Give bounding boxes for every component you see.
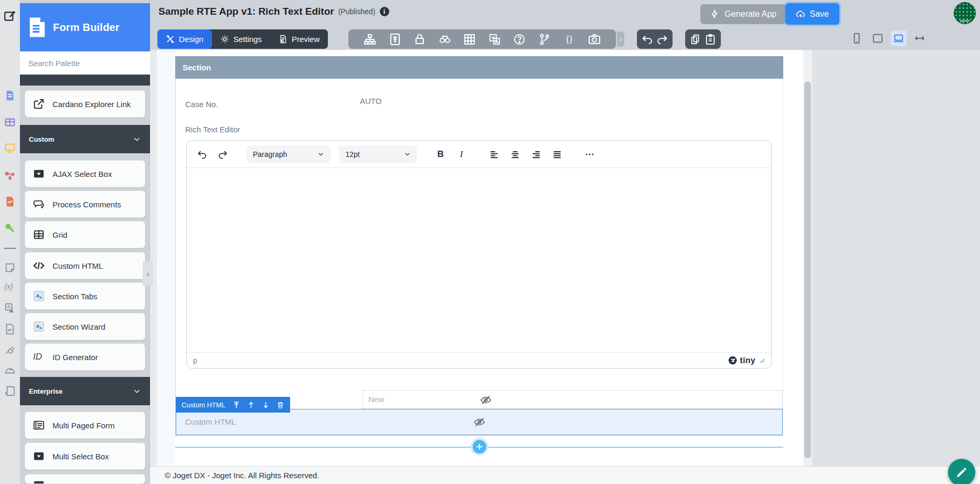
permission-lock-icon[interactable] xyxy=(413,33,426,46)
redo-icon[interactable] xyxy=(656,33,668,46)
field-label-rich-text-editor: Rich Text Editor xyxy=(185,125,783,134)
variable-icon[interactable]: {x} xyxy=(4,282,16,294)
palette-item-ajax-select-box[interactable]: AJAX Select Box xyxy=(25,160,145,187)
custom-html-action-badge: Custom HTML xyxy=(176,397,290,413)
tab-preview[interactable]: Preview xyxy=(270,29,328,49)
paste-icon[interactable] xyxy=(704,33,717,46)
rte-align-center-button[interactable] xyxy=(506,145,524,163)
form-section[interactable]: Section Case No. AUTO Rich Text Editor xyxy=(175,56,783,459)
rte-fontsize-select[interactable]: 12pt xyxy=(339,145,417,163)
category-label: Custom xyxy=(29,135,133,143)
rte-redo-button[interactable] xyxy=(214,145,232,163)
move-up-icon[interactable] xyxy=(247,401,255,409)
search-palette-input[interactable] xyxy=(20,51,150,75)
generate-app-label: Generate App xyxy=(725,9,776,19)
rte-align-right-button[interactable] xyxy=(527,145,545,163)
info-icon[interactable]: i xyxy=(380,7,389,16)
resize-handle-icon[interactable] xyxy=(760,358,765,363)
hidden-eye-icon[interactable] xyxy=(474,416,485,428)
history-group xyxy=(637,29,673,49)
custom-html-element[interactable]: Custom HTML xyxy=(176,409,783,435)
user-avatar[interactable]: admin xyxy=(954,2,976,24)
tinymce-statusbar: p tiny xyxy=(187,352,771,368)
localization-icon[interactable] xyxy=(488,33,501,46)
rte-format-select[interactable]: Paragraph xyxy=(247,145,331,163)
plugin-icon[interactable] xyxy=(4,344,16,355)
rte-justify-button[interactable] xyxy=(548,145,566,163)
process-icon[interactable] xyxy=(4,170,16,181)
phone-icon[interactable] xyxy=(849,30,865,46)
palette-item-process-comments[interactable]: Process Comments xyxy=(25,191,145,218)
tablet-icon[interactable] xyxy=(870,30,886,46)
full-width-icon[interactable] xyxy=(912,30,928,46)
toolbar-more-chevron[interactable]: › xyxy=(617,31,624,47)
tiny-brand-link[interactable]: tiny xyxy=(728,356,755,365)
find-icon[interactable] xyxy=(439,33,451,46)
new-field-dropzone[interactable]: New xyxy=(363,390,783,409)
palette-item-id-generator[interactable]: ID ID Generator xyxy=(25,343,145,371)
hidden-eye-icon[interactable] xyxy=(480,394,492,406)
palette-item-multi-select-box[interactable]: Multi Select Box xyxy=(25,443,145,470)
device-preview-toggle xyxy=(849,30,928,46)
palette-item-multi-paged-form[interactable]: Multi Paged Form xyxy=(25,412,145,439)
palette-category-enterprise[interactable]: Enterprise xyxy=(20,377,150,405)
section-header[interactable]: Section xyxy=(175,56,783,79)
form-icon[interactable] xyxy=(4,90,16,101)
media-icon[interactable] xyxy=(4,323,16,335)
palette-category-custom[interactable]: Custom xyxy=(20,125,150,153)
move-down-icon[interactable] xyxy=(262,401,270,409)
canvas-scrollbar[interactable] xyxy=(803,51,812,465)
palette-item-partial[interactable] xyxy=(25,474,145,484)
pencil-icon xyxy=(955,466,968,479)
palette-item-cardano-explorer-link[interactable]: Cardano Explorer Link xyxy=(25,90,145,118)
rte-more-button[interactable] xyxy=(581,145,599,163)
format-value: Paragraph xyxy=(253,150,287,159)
field-row-case-no[interactable]: Case No. AUTO xyxy=(176,100,783,113)
help-icon[interactable] xyxy=(513,33,526,46)
delete-icon[interactable] xyxy=(276,401,284,409)
rte-italic-button[interactable]: I xyxy=(453,145,471,163)
save-button[interactable]: Save xyxy=(785,3,839,25)
form-fields-icon[interactable] xyxy=(389,33,401,46)
form-canvas: Section Case No. AUTO Rich Text Editor xyxy=(157,50,803,466)
palette-item-custom-html[interactable]: Custom HTML xyxy=(25,252,145,279)
permission-key-icon[interactable] xyxy=(4,222,16,234)
report-icon[interactable] xyxy=(4,196,16,207)
copy-icon[interactable] xyxy=(689,33,702,46)
scrollbar-thumb[interactable] xyxy=(804,81,811,458)
note-icon[interactable] xyxy=(4,262,16,273)
align-right-icon xyxy=(531,149,541,160)
move-top-icon[interactable] xyxy=(232,401,240,409)
palette-collapse-handle[interactable]: ‹ xyxy=(143,261,153,286)
rte-bold-button[interactable]: B xyxy=(432,145,450,163)
rte-content-area[interactable] xyxy=(187,168,771,352)
rte-align-left-button[interactable] xyxy=(485,145,503,163)
laptop-icon[interactable] xyxy=(891,30,907,46)
add-element-button[interactable] xyxy=(471,438,488,456)
localization-icon[interactable] xyxy=(4,302,16,314)
multi-paged-form-icon xyxy=(33,419,45,431)
version-branch-icon[interactable] xyxy=(538,33,551,46)
palette-item-section-tabs[interactable]: Section Tabs xyxy=(25,282,145,310)
element-path[interactable]: p xyxy=(193,356,728,365)
dashboard-icon[interactable] xyxy=(4,364,16,376)
grid-view-icon[interactable] xyxy=(463,33,476,46)
structure-icon[interactable] xyxy=(364,33,376,46)
generate-app-button[interactable]: Generate App xyxy=(700,4,786,24)
edit-fab-button[interactable] xyxy=(948,459,975,484)
undo-icon[interactable] xyxy=(641,33,654,46)
json-braces-icon[interactable]: { } xyxy=(563,33,576,46)
section-wizard-icon xyxy=(33,321,45,332)
datalist-icon[interactable] xyxy=(4,117,16,128)
edit-icon[interactable] xyxy=(3,9,17,23)
tab-settings[interactable]: Settings xyxy=(212,29,270,49)
audit-log-icon[interactable] xyxy=(4,385,16,397)
screenshot-icon[interactable] xyxy=(588,33,601,46)
userview-icon[interactable] xyxy=(4,142,16,154)
section-title: Section xyxy=(183,63,211,72)
rte-undo-button[interactable] xyxy=(193,145,211,163)
palette-item-section-wizard[interactable]: Section Wizard xyxy=(25,313,145,340)
palette-item-label: Custom HTML xyxy=(52,261,103,270)
tab-design[interactable]: Design xyxy=(157,29,212,49)
palette-item-grid[interactable]: Grid xyxy=(25,221,145,248)
